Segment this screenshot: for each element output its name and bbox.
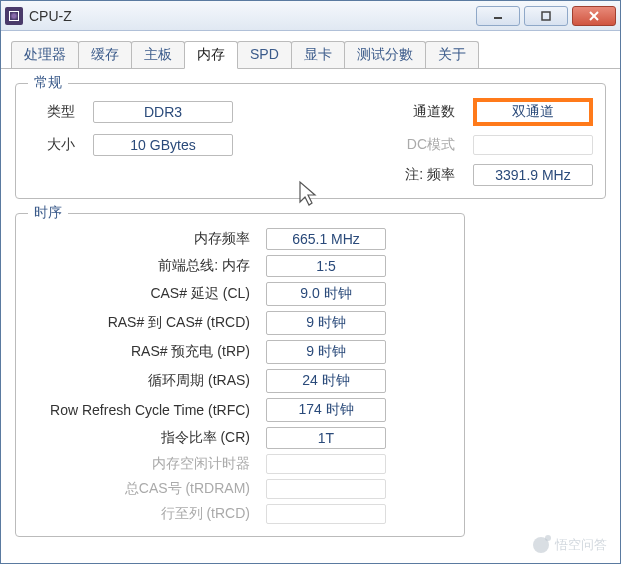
window-title: CPU-Z: [29, 8, 476, 24]
value-channels: 双通道: [483, 103, 583, 121]
timing-value-3: 9 时钟: [266, 311, 386, 335]
timing-value-7: 1T: [266, 427, 386, 449]
value-dc-mode: [473, 135, 593, 155]
timing-label-6: Row Refresh Cycle Time (tRFC): [28, 402, 258, 418]
timing-value-6: 174 时钟: [266, 398, 386, 422]
timing-value-5: 24 时钟: [266, 369, 386, 393]
timing-label-9: 总CAS号 (tRDRAM): [28, 480, 258, 498]
titlebar[interactable]: CPU-Z: [1, 1, 620, 31]
app-window: CPU-Z 处理器缓存主板内存SPD显卡测试分數关于 常规 类型 DDR3 通道…: [0, 0, 621, 564]
tab-4[interactable]: SPD: [237, 41, 292, 68]
timing-label-1: 前端总线: 内存: [28, 257, 258, 275]
label-size: 大小: [28, 136, 83, 154]
close-button[interactable]: [572, 6, 616, 26]
tab-2[interactable]: 主板: [131, 41, 185, 68]
tab-bar: 处理器缓存主板内存SPD显卡测试分數关于: [1, 31, 620, 69]
minimize-button[interactable]: [476, 6, 520, 26]
highlight-channels: 双通道: [473, 98, 593, 126]
app-icon: [5, 7, 23, 25]
timing-value-9: [266, 479, 386, 499]
tab-3[interactable]: 内存: [184, 41, 238, 69]
label-channels: 通道数: [383, 103, 463, 121]
groupbox-timings: 时序 内存频率665.1 MHz前端总线: 内存1:5CAS# 延迟 (CL)9…: [15, 213, 465, 537]
label-dc-mode: DC模式: [383, 136, 463, 154]
tab-content-memory: 常规 类型 DDR3 通道数 双通道 大小 10 GBytes DC模式 注: …: [1, 69, 620, 564]
timing-label-2: CAS# 延迟 (CL): [28, 285, 258, 303]
timing-value-1: 1:5: [266, 255, 386, 277]
value-type: DDR3: [93, 101, 233, 123]
timing-label-5: 循环周期 (tRAS): [28, 372, 258, 390]
tab-7[interactable]: 关于: [425, 41, 479, 68]
timing-label-4: RAS# 预充电 (tRP): [28, 343, 258, 361]
label-type: 类型: [28, 103, 83, 121]
timing-value-8: [266, 454, 386, 474]
value-size: 10 GBytes: [93, 134, 233, 156]
groupbox-general: 常规 类型 DDR3 通道数 双通道 大小 10 GBytes DC模式 注: …: [15, 83, 606, 199]
window-controls: [476, 6, 616, 26]
timing-label-7: 指令比率 (CR): [28, 429, 258, 447]
tab-6[interactable]: 测试分數: [344, 41, 426, 68]
timing-label-3: RAS# 到 CAS# (tRCD): [28, 314, 258, 332]
tab-1[interactable]: 缓存: [78, 41, 132, 68]
tab-5[interactable]: 显卡: [291, 41, 345, 68]
timing-value-2: 9.0 时钟: [266, 282, 386, 306]
groupbox-general-title: 常规: [28, 74, 68, 92]
watermark-text: 悟空问答: [555, 536, 607, 554]
watermark: 悟空问答: [533, 536, 607, 554]
groupbox-timings-title: 时序: [28, 204, 68, 222]
tab-0[interactable]: 处理器: [11, 41, 79, 68]
timing-label-0: 内存频率: [28, 230, 258, 248]
timing-value-10: [266, 504, 386, 524]
value-nb-freq: 3391.9 MHz: [473, 164, 593, 186]
timing-label-10: 行至列 (tRCD): [28, 505, 258, 523]
timing-label-8: 内存空闲计时器: [28, 455, 258, 473]
timing-value-0: 665.1 MHz: [266, 228, 386, 250]
timing-value-4: 9 时钟: [266, 340, 386, 364]
svg-rect-1: [542, 12, 550, 20]
maximize-button[interactable]: [524, 6, 568, 26]
label-nb-freq: 注: 频率: [383, 166, 463, 184]
watermark-icon: [533, 537, 549, 553]
